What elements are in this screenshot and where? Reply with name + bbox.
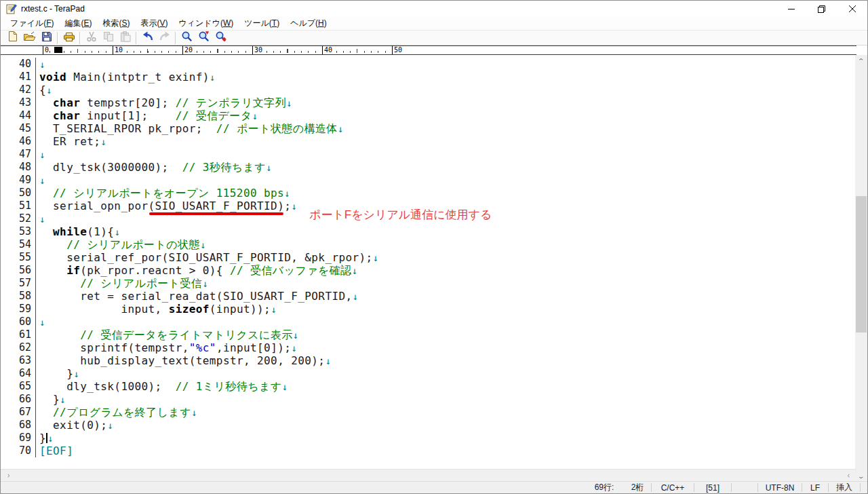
linebreak-mark-icon: ↓	[291, 343, 297, 354]
close-button[interactable]	[837, 1, 867, 17]
ruler-label-40: 40	[322, 46, 333, 54]
terapad-app-icon	[6, 3, 17, 14]
line-number: 49	[1, 174, 36, 187]
open-folder-icon	[23, 31, 36, 45]
code-line-54[interactable]: 54 // シリアルポートの状態↓	[1, 238, 856, 251]
linebreak-mark-icon: ↓	[73, 368, 79, 379]
code-line-49[interactable]: 49↓	[1, 174, 856, 187]
line-number: 51	[1, 200, 36, 212]
code-line-67[interactable]: 67 //プログラムを終了します↓	[1, 406, 856, 419]
search-next-button[interactable]	[195, 31, 212, 45]
toolbar	[1, 31, 867, 45]
code-line-69[interactable]: 69}↓	[1, 432, 856, 444]
vertical-scrollbar[interactable]: ⌃ ⌄	[855, 55, 867, 482]
menu-w[interactable]: ウィンドウ(W)	[174, 16, 239, 31]
code-line-44[interactable]: 44 char input[1]; // 受信データ↓	[1, 109, 856, 122]
cursor-column-marker	[54, 47, 62, 53]
line-number: 42	[1, 83, 36, 96]
save-file-button[interactable]	[38, 31, 55, 45]
code-line-45[interactable]: 45 T_SERIAL_RPOR pk_rpor; // ポート状態の構造体↓	[1, 122, 856, 135]
line-number: 55	[1, 251, 36, 264]
status-bar: 69行:2桁C/C++[51]UTF-8NLF挿入	[1, 481, 867, 493]
code-line-47[interactable]: 47↓	[1, 148, 856, 161]
status-field-6: LF	[802, 482, 828, 493]
line-content: ↓	[36, 58, 45, 71]
linebreak-mark-icon: ↓	[284, 188, 290, 199]
restore-button[interactable]	[806, 1, 837, 17]
code-line-55[interactable]: 55 serial_ref_por(SIO_USART_F_PORTID, &p…	[1, 251, 856, 264]
undo-button[interactable]	[139, 31, 156, 45]
status-field-3: [51]	[694, 482, 731, 493]
line-content: ↓	[36, 316, 45, 328]
code-line-48[interactable]: 48 dly_tsk(3000000); // 3秒待ちます↓	[1, 161, 856, 174]
linebreak-mark-icon: ↓	[281, 381, 288, 392]
linebreak-mark-icon: ↓	[353, 291, 359, 302]
code-line-53[interactable]: 53 while(1){↓	[1, 225, 856, 238]
line-number: 68	[1, 419, 36, 432]
line-number: 50	[1, 187, 36, 200]
code-line-40[interactable]: 40↓	[1, 58, 856, 71]
code-line-70[interactable]: 70[EOF]	[1, 444, 856, 457]
scroll-up-button[interactable]: ⌃	[855, 55, 867, 67]
scroll-right-button[interactable]: ⌃	[844, 470, 856, 482]
menu-s[interactable]: 検索(S)	[97, 16, 135, 31]
line-content: }↓	[36, 393, 66, 406]
code-line-60[interactable]: 60↓	[1, 316, 856, 328]
horizontal-scrollbar[interactable]: ⌃ ⌃	[1, 469, 856, 481]
code-line-57[interactable]: 57 // シリアルポート受信↓	[1, 277, 856, 290]
line-content: sprintf(tempstr,"%c",input[0]);↓	[36, 341, 297, 354]
magnifier-down-icon	[198, 31, 210, 45]
search-prev-button[interactable]	[212, 31, 229, 45]
code-line-46[interactable]: 46 ER ret;↓	[1, 135, 856, 148]
new-file-button[interactable]	[4, 31, 21, 45]
status-field-2: C/C++	[652, 482, 694, 493]
print-button[interactable]	[60, 31, 77, 45]
magnifier-icon	[181, 31, 193, 45]
code-line-43[interactable]: 43 char tempstr[20]; // テンポラリ文字列↓	[1, 96, 856, 109]
menu-f[interactable]: ファイル(F)	[5, 16, 59, 31]
code-line-56[interactable]: 56 if(pk_rpor.reacnt > 0){ // 受信バッファを確認↓	[1, 264, 856, 277]
text-editor-area[interactable]: 40↓41void Main(intptr_t exinf)↓42{↓43 ch…	[1, 55, 856, 470]
open-file-button[interactable]	[21, 31, 38, 45]
clipboard-icon	[120, 31, 131, 45]
status-field-5: UTF-8N	[758, 482, 802, 493]
code-line-50[interactable]: 50 // シリアルポートをオープン 115200 bps↓	[1, 187, 856, 200]
line-content: while(1){↓	[36, 225, 120, 238]
code-line-42[interactable]: 42{↓	[1, 83, 856, 96]
minimize-button[interactable]	[776, 1, 806, 17]
code-line-63[interactable]: 63 hub_display_text(tempstr, 200, 200);↓	[1, 354, 856, 367]
code-line-64[interactable]: 64 }↓	[1, 367, 856, 380]
code-line-41[interactable]: 41void Main(intptr_t exinf)↓	[1, 71, 856, 83]
menu-t[interactable]: ツール(T)	[239, 16, 285, 31]
line-content: ↓	[36, 174, 45, 187]
line-number: 41	[1, 71, 36, 83]
code-line-59[interactable]: 59 input, sizeof(input));↓	[1, 303, 856, 316]
linebreak-mark-icon: ↓	[100, 136, 106, 147]
toolbar-separator	[55, 32, 60, 44]
line-content: void Main(intptr_t exinf)↓	[36, 71, 216, 83]
line-number: 40	[1, 58, 36, 71]
code-line-65[interactable]: 65 dly_tsk(1000); // 1ミリ秒待ちます↓	[1, 380, 856, 393]
menu-e[interactable]: 編集(E)	[59, 16, 97, 31]
code-line-62[interactable]: 62 sprintf(tempstr,"%c",input[0]);↓	[1, 341, 856, 354]
code-line-68[interactable]: 68 exit(0);↓	[1, 419, 856, 432]
menu-v[interactable]: 表示(V)	[136, 16, 174, 31]
line-content: //プログラムを終了します↓	[36, 406, 197, 419]
line-number: 48	[1, 161, 36, 174]
terapad-window: rxtest.c - TeraPad ファイル(F)編集(E)検索(S)表示(V…	[0, 0, 868, 494]
cut-button	[83, 31, 100, 45]
code-line-58[interactable]: 58 ret = serial_rea_dat(SIO_USART_F_PORT…	[1, 290, 856, 303]
line-number: 43	[1, 96, 36, 109]
line-number: 52	[1, 212, 36, 225]
line-content: ↓	[36, 148, 45, 161]
linebreak-mark-icon: ↓	[286, 98, 292, 109]
search-button[interactable]	[178, 31, 195, 45]
line-number: 66	[1, 393, 36, 406]
line-content: ER ret;↓	[36, 135, 106, 148]
scroll-left-button[interactable]: ⌃	[1, 470, 13, 482]
code-line-61[interactable]: 61 // 受信データをライトマトリクスに表示↓	[1, 328, 856, 341]
code-line-66[interactable]: 66 }↓	[1, 393, 856, 406]
status-field-4	[732, 482, 757, 493]
vertical-scrollbar-thumb[interactable]	[856, 196, 867, 332]
menu-h[interactable]: ヘルプ(H)	[285, 16, 332, 31]
